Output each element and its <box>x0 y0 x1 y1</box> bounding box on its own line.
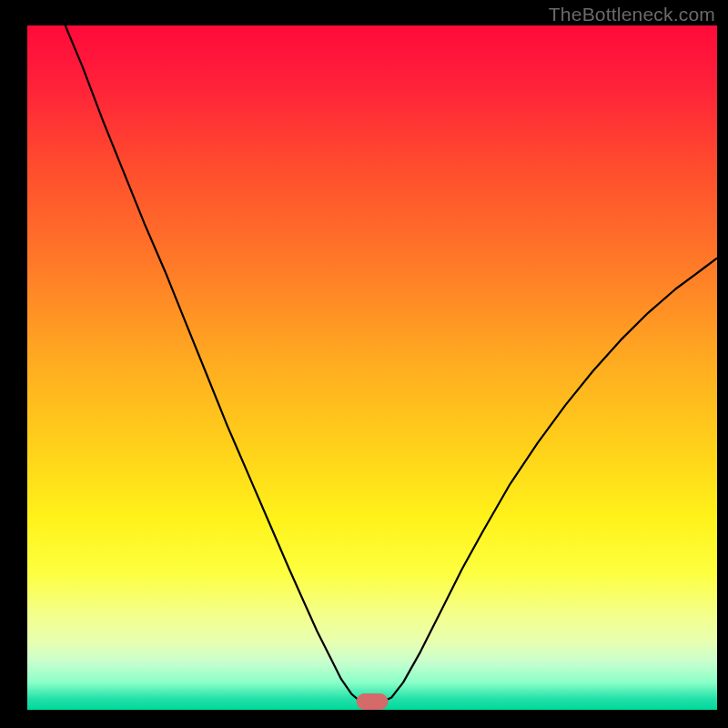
optimal-marker <box>357 693 389 710</box>
watermark-text: TheBottleneck.com <box>549 4 715 25</box>
bottleneck-chart <box>0 0 728 728</box>
plot-background <box>27 25 717 710</box>
chart-frame: { "watermark": "TheBottleneck.com", "cha… <box>0 0 728 728</box>
